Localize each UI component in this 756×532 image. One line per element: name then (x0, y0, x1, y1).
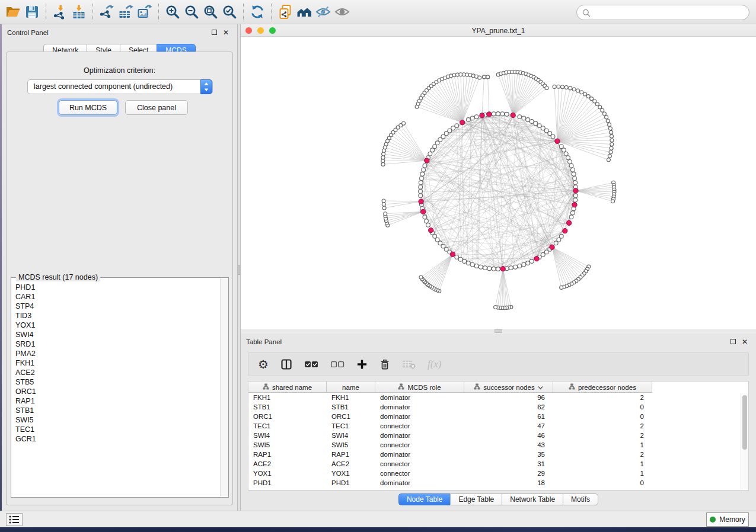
mcds-result-list[interactable]: PHD1CAR1STP4TID3YOX1SWI4SRD1PMA2FKH1ACE2… (11, 280, 220, 496)
delete-column-icon[interactable] (379, 357, 390, 372)
memory-status-icon (710, 517, 716, 523)
select-all-icon[interactable] (304, 357, 318, 372)
run-mcds-button[interactable]: Run MCDS (59, 100, 117, 115)
table-row[interactable]: TEC1TEC1connector472 (248, 421, 740, 431)
column-header-shared-name[interactable]: shared name (248, 382, 327, 393)
table-row[interactable]: SWI4SWI4dominator462 (248, 431, 740, 440)
table-row[interactable]: ACE2ACE2connector311 (248, 459, 740, 469)
tab-node-table[interactable]: Node Table (398, 493, 451, 505)
result-list-item[interactable]: GCR1 (15, 434, 220, 444)
cell-predecessor-nodes: 2 (553, 422, 652, 430)
result-list-scrollbar[interactable] (220, 278, 228, 496)
result-list-item[interactable]: STB5 (15, 377, 220, 387)
toggle-columns-icon[interactable] (280, 357, 292, 372)
result-list-item[interactable]: TID3 (15, 311, 220, 321)
cell-predecessor-nodes: 2 (553, 451, 652, 458)
zoom-fit-icon[interactable] (201, 2, 220, 21)
optimization-criterion-label: Optimization criterion: (7, 66, 232, 75)
apply-layout-icon[interactable] (248, 2, 267, 21)
table-row[interactable]: ORC1ORC1dominator610 (248, 412, 740, 421)
splitter-grip-icon[interactable] (495, 329, 502, 333)
table-row[interactable]: FKH1FKH1dominator962 (248, 393, 740, 402)
table-row[interactable]: RAP1RAP1dominator352 (248, 450, 740, 459)
close-panel-button[interactable]: Close panel (125, 100, 188, 115)
control-panel: Control Panel ✕ NetworkStyleSelectMCDS O… (2, 24, 237, 511)
result-list-item[interactable]: ACE2 (15, 368, 220, 377)
result-list-item[interactable]: TEC1 (15, 425, 220, 434)
result-list-item[interactable]: STB1 (15, 406, 220, 415)
result-list-item[interactable]: SWI5 (15, 415, 220, 425)
deselect-all-icon[interactable] (330, 357, 344, 372)
hide-graphics-details-icon[interactable] (314, 2, 333, 21)
import-network-icon[interactable] (50, 2, 69, 21)
show-graphics-details-icon[interactable] (333, 2, 352, 21)
memory-button[interactable]: Memory (706, 512, 749, 527)
float-panel-icon[interactable] (212, 30, 217, 35)
search-box (576, 5, 749, 20)
result-list-item[interactable]: STP4 (15, 302, 220, 311)
export-table-icon[interactable] (116, 2, 135, 21)
result-list-item[interactable]: CAR1 (15, 292, 220, 302)
close-panel-icon[interactable]: ✕ (742, 338, 748, 346)
cell-name: TEC1 (327, 422, 375, 430)
tab-edge-table[interactable]: Edge Table (450, 493, 502, 505)
cell-successor-nodes: 18 (464, 479, 553, 486)
table-row[interactable]: STB1STB1dominator620 (248, 402, 740, 412)
float-panel-icon[interactable] (731, 339, 736, 344)
table-panel-titlebar: Table Panel ✕ (241, 334, 756, 349)
network-canvas[interactable] (241, 37, 756, 329)
cell-successor-nodes: 43 (464, 441, 553, 448)
search-input[interactable] (594, 5, 745, 20)
result-list-item[interactable]: SRD1 (15, 339, 220, 349)
cell-successor-nodes: 62 (464, 403, 553, 411)
table-row[interactable]: SWI5SWI5connector431 (248, 440, 740, 450)
result-list-item[interactable]: ORC1 (15, 387, 220, 396)
table-scrollbar[interactable] (741, 393, 748, 489)
result-list-item[interactable]: PHD1 (15, 283, 220, 292)
save-session-icon[interactable] (23, 2, 42, 21)
horizontal-splitter[interactable] (241, 329, 756, 334)
cell-successor-nodes: 31 (464, 460, 553, 467)
column-header-successor-nodes[interactable]: successor nodes (464, 382, 553, 393)
zoom-selected-icon[interactable] (220, 2, 239, 21)
first-neighbors-icon[interactable] (295, 2, 314, 21)
result-list-item[interactable]: YOX1 (15, 321, 220, 330)
zoom-out-icon[interactable] (182, 2, 201, 21)
new-column-icon[interactable] (356, 357, 368, 372)
column-header-name[interactable]: name (327, 382, 375, 393)
export-network-icon[interactable] (97, 2, 116, 21)
desktop-wallpaper-bottom (0, 527, 756, 532)
scrollbar-thumb[interactable] (742, 395, 747, 450)
toolbar-separator (92, 4, 93, 20)
table-row[interactable]: YOX1YOX1connector291 (248, 469, 740, 478)
cell-predecessor-nodes: 0 (553, 403, 652, 411)
optimization-criterion-select[interactable]: largest connected component (undirected) (27, 79, 213, 94)
close-panel-icon[interactable]: ✕ (223, 28, 229, 37)
import-table-icon[interactable] (69, 2, 88, 21)
cell-predecessor-nodes: 1 (553, 441, 652, 448)
tab-network-table[interactable]: Network Table (502, 493, 563, 505)
zoom-in-icon[interactable] (163, 2, 182, 21)
tab-motifs[interactable]: Motifs (563, 493, 598, 505)
result-list-item[interactable]: RAP1 (15, 396, 220, 406)
automation-panel-button[interactable] (6, 513, 23, 526)
table-options-icon[interactable]: ⚙ (258, 357, 269, 372)
attribute-icon (263, 383, 269, 391)
result-list-item[interactable]: SWI4 (15, 330, 220, 339)
splitter-grip-icon[interactable] (238, 265, 240, 275)
open-file-icon[interactable] (4, 2, 23, 21)
cell-successor-nodes: 47 (464, 422, 553, 430)
clone-network-icon[interactable] (276, 2, 295, 21)
column-header-MCDS-role[interactable]: MCDS role (375, 382, 464, 393)
table-body: FKH1FKH1dominator962STB1STB1dominator620… (248, 393, 740, 490)
result-list-item[interactable]: FKH1 (15, 358, 220, 368)
column-header-predecessor-nodes[interactable]: predecessor nodes (553, 382, 652, 393)
export-image-icon[interactable] (135, 2, 154, 21)
cell-MCDS-role: dominator (375, 479, 464, 486)
node-table: shared namenameMCDS rolesuccessor nodesp… (248, 381, 749, 491)
cell-shared-name: ACE2 (248, 460, 327, 467)
table-row[interactable]: PHD1PHD1dominator180 (248, 478, 740, 488)
cell-predecessor-nodes: 2 (553, 394, 652, 401)
cell-shared-name: YOX1 (248, 470, 327, 477)
result-list-item[interactable]: PMA2 (15, 349, 220, 358)
